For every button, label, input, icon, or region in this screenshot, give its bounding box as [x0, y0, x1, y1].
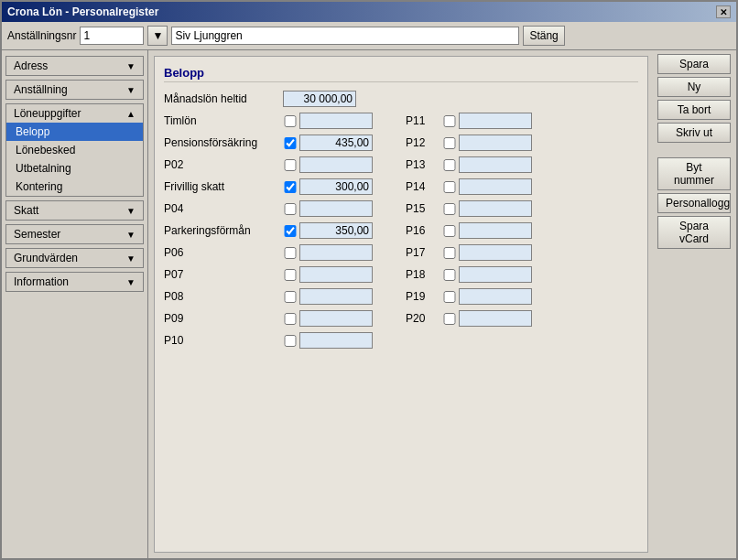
timlon-input[interactable]: [299, 113, 373, 129]
stang-button[interactable]: Stäng: [523, 26, 564, 46]
p15-input[interactable]: [459, 200, 532, 217]
frivilligskatt-input[interactable]: [299, 178, 373, 195]
sidebar-header-skatt[interactable]: Skatt ▼: [6, 201, 143, 220]
frivilligskatt-checkbox[interactable]: [283, 181, 298, 193]
row-timlon: Timlön: [164, 112, 396, 130]
row-p12: P12: [406, 134, 638, 152]
window-title: Crona Lön - Personalregister: [7, 5, 158, 18]
skriv-ut-button[interactable]: Skriv ut: [657, 123, 731, 143]
p19-input[interactable]: [459, 288, 532, 305]
p04-label: P04: [164, 202, 283, 215]
sidebar-header-loneuppgifter[interactable]: Löneuppgifter ▲: [6, 104, 143, 123]
sidebar-loneuppgifter-items: Belopp Lönebesked Utbetalning Kontering: [6, 123, 143, 196]
p19-label: P19: [406, 290, 442, 303]
p14-label: P14: [406, 180, 442, 193]
p02-label: P02: [164, 158, 283, 171]
sidebar-header-grundvarden[interactable]: Grundvärden ▼: [6, 249, 143, 267]
section-title: Belopp: [164, 66, 638, 82]
anstallningsnr-label: Anställningsnr: [7, 29, 76, 42]
row-p10: P10: [164, 331, 396, 350]
lookup-button[interactable]: ▼: [147, 26, 168, 46]
p10-input[interactable]: [299, 332, 373, 349]
row-frivilligskatt: Frivillig skatt: [164, 178, 396, 196]
sidebar-header-anstallning[interactable]: Anställning ▼: [6, 81, 143, 99]
p06-label: P06: [164, 246, 283, 259]
p09-checkbox[interactable]: [283, 313, 298, 325]
p13-input[interactable]: [459, 156, 532, 173]
row-p11: P11: [406, 112, 638, 130]
p04-input[interactable]: [299, 200, 373, 217]
p02-checkbox[interactable]: [283, 159, 298, 171]
p10-label: P10: [164, 334, 283, 347]
sidebar-item-kontering[interactable]: Kontering: [6, 178, 143, 196]
p08-input[interactable]: [299, 288, 373, 305]
p16-checkbox[interactable]: [442, 225, 457, 237]
p16-input[interactable]: [459, 222, 532, 239]
chevron-down-icon: ▼: [126, 85, 136, 95]
sidebar-item-belopp[interactable]: Belopp: [6, 123, 143, 141]
p12-input[interactable]: [459, 135, 532, 151]
p02-input[interactable]: [299, 156, 373, 173]
p14-input[interactable]: [459, 178, 532, 195]
p11-label: P11: [406, 114, 442, 127]
pensionsforsakring-input[interactable]: [299, 135, 373, 151]
ny-button[interactable]: Ny: [657, 77, 731, 97]
spara-button[interactable]: Spara: [657, 54, 731, 74]
parkeringsforman-checkbox[interactable]: [283, 225, 298, 237]
sidebar-item-utbetalning[interactable]: Utbetalning: [6, 159, 143, 178]
spara-vcard-button[interactable]: Spara vCard: [657, 216, 731, 249]
sidebar-loneuppgifter-label: Löneuppgifter: [14, 107, 81, 120]
p15-checkbox[interactable]: [442, 203, 457, 215]
sidebar-header-adress[interactable]: Adress ▼: [6, 57, 143, 75]
row-p07: P07: [164, 265, 396, 284]
p10-checkbox[interactable]: [283, 335, 298, 347]
p09-input[interactable]: [299, 310, 373, 327]
p07-input[interactable]: [299, 266, 373, 283]
p07-checkbox[interactable]: [283, 269, 298, 281]
p11-checkbox[interactable]: [442, 115, 457, 127]
p18-checkbox[interactable]: [442, 269, 457, 281]
sidebar-header-semester[interactable]: Semester ▼: [6, 225, 143, 243]
p08-checkbox[interactable]: [283, 291, 298, 303]
anstallningsnr-input[interactable]: [80, 27, 144, 45]
sidebar-item-lonebesked[interactable]: Lönebesked: [6, 141, 143, 159]
p19-checkbox[interactable]: [442, 291, 457, 303]
form-area: Belopp Månadslön heltid Timlön: [154, 56, 648, 553]
sidebar-section-loneuppgifter: Löneuppgifter ▲ Belopp Lönebesked Utbeta…: [5, 103, 144, 197]
p20-checkbox[interactable]: [442, 313, 457, 325]
p06-input[interactable]: [299, 244, 373, 261]
title-bar: Crona Lön - Personalregister ✕: [2, 2, 736, 22]
p09-label: P09: [164, 312, 283, 325]
sidebar-header-information[interactable]: Information ▼: [6, 273, 143, 291]
p14-checkbox[interactable]: [442, 181, 457, 193]
close-window-button[interactable]: ✕: [716, 5, 731, 18]
p04-checkbox[interactable]: [283, 203, 298, 215]
pensionsforsakring-checkbox[interactable]: [283, 137, 298, 149]
p12-checkbox[interactable]: [442, 137, 457, 149]
sidebar-skatt-label: Skatt: [14, 204, 38, 217]
timlon-checkbox[interactable]: [283, 115, 298, 127]
sidebar-section-semester: Semester ▼: [5, 224, 144, 244]
parkeringsforman-label: Parkeringsförmån: [164, 224, 283, 237]
byt-nummer-button[interactable]: Byt nummer: [657, 157, 731, 190]
p11-input[interactable]: [459, 113, 532, 129]
manadslon-input[interactable]: [283, 91, 356, 107]
row-p20: P20: [406, 309, 638, 328]
ta-bort-button[interactable]: Ta bort: [657, 100, 731, 120]
p06-checkbox[interactable]: [283, 247, 298, 259]
right-column: P11 P12 P13: [406, 90, 638, 353]
left-column: Månadslön heltid Timlön Pensionsförsäkri…: [164, 90, 396, 353]
p18-input[interactable]: [459, 266, 532, 283]
p17-label: P17: [406, 246, 442, 259]
chevron-down-icon: ▼: [126, 61, 136, 71]
name-input[interactable]: [171, 27, 519, 45]
p17-input[interactable]: [459, 244, 532, 261]
personallogg-button[interactable]: Personallogg: [657, 193, 731, 213]
manadslon-label: Månadslön heltid: [164, 92, 283, 105]
p07-label: P07: [164, 268, 283, 281]
right-buttons-panel: Spara Ny Ta bort Skriv ut Byt nummer Per…: [654, 50, 736, 558]
p13-checkbox[interactable]: [442, 159, 457, 171]
parkeringsforman-input[interactable]: [299, 222, 373, 239]
p20-input[interactable]: [459, 310, 532, 327]
p17-checkbox[interactable]: [442, 247, 457, 259]
